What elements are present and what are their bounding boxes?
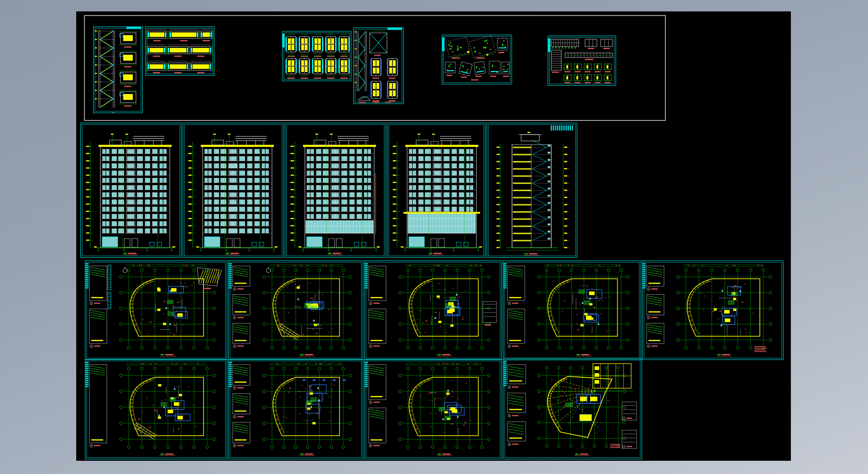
sheet-elevation-3	[285, 123, 386, 258]
sheet-stair-detail-sheet	[93, 26, 143, 113]
sheet-roof-plan	[503, 358, 642, 459]
sheet-plan-fragment-sheet	[442, 35, 512, 84]
sheet-floor-plan-5	[642, 260, 784, 360]
drawing-canvas[interactable]	[76, 11, 791, 461]
sheet-floor-plan-7	[228, 359, 363, 459]
sheet-elevation-4	[387, 123, 486, 258]
sheet-window-schedule-sheet	[282, 31, 351, 81]
sheet-elevation-2	[183, 123, 284, 258]
sheet-elevation-1	[80, 123, 182, 258]
sheet-stair-window-sheet	[353, 27, 404, 104]
sheet-building-section	[486, 123, 577, 258]
cad-viewer-background	[0, 0, 868, 474]
sheet-lintel-detail-sheet	[145, 26, 214, 76]
sheet-floor-plan-4	[503, 260, 641, 360]
sheet-floor-plan-2	[228, 260, 363, 360]
sheet-floor-plan-8	[364, 359, 502, 459]
sheet-floor-plan-6	[85, 359, 227, 459]
sheet-floor-plan-1	[85, 260, 227, 360]
sheet-component-schedule-sheet	[548, 36, 616, 86]
sheet-floor-plan-3	[364, 260, 502, 360]
